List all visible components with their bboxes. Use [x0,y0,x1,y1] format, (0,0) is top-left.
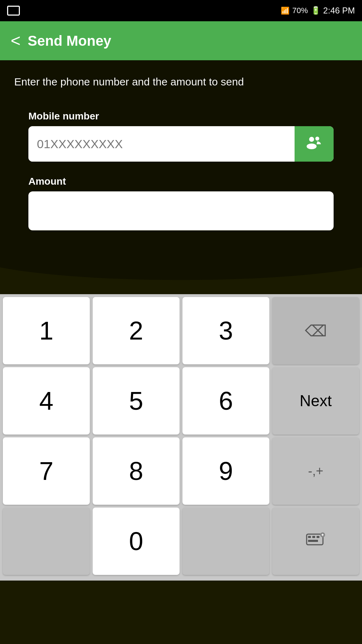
key-5[interactable]: 5 [93,367,180,435]
screen-icon [7,6,20,16]
key-empty-right [182,508,269,575]
status-bar-left [7,6,20,16]
key-keyboard-settings[interactable] [272,508,359,575]
key-next[interactable]: Next [272,367,359,435]
dark-background: Enter the phone number and the amount to… [0,60,362,252]
page-title: Send Money [28,33,111,49]
keyboard-settings-icon [306,532,325,550]
svg-rect-6 [317,536,319,538]
mobile-label: Mobile number [28,111,334,122]
key-7[interactable]: 7 [3,437,90,505]
contacts-button[interactable] [295,126,334,162]
keyboard-row-4: 0 [3,508,359,575]
mobile-input-row [28,126,334,162]
network-icon: 📶 [281,6,290,15]
keyboard-row-1: 1 2 3 ⌫ [3,297,359,364]
key-6[interactable]: 6 [182,367,269,435]
keyboard-row-2: 4 5 6 Next [3,367,359,435]
battery-percent: 70% [292,6,308,15]
key-9[interactable]: 9 [182,437,269,505]
amount-input-wrap [28,191,334,230]
instruction-text: Enter the phone number and the amount to… [14,74,348,89]
keyboard-row-3: 7 8 9 -,+ [3,437,359,505]
key-4[interactable]: 4 [3,367,90,435]
form-section: Mobile number Amount [14,111,348,230]
numeric-keyboard: 1 2 3 ⌫ 4 5 6 Next 7 8 9 -,+ 0 [0,294,362,581]
key-special-chars[interactable]: -,+ [272,437,359,505]
contacts-icon [305,134,323,155]
svg-rect-5 [312,536,315,538]
svg-rect-7 [308,540,318,542]
key-1[interactable]: 1 [3,297,90,364]
status-bar-right: 📶 70% 🔋 2:46 PM [281,6,355,16]
svg-point-2 [307,144,317,149]
key-empty-left [3,508,90,575]
time-display: 2:46 PM [323,6,355,16]
back-button[interactable]: < [11,32,21,49]
key-3[interactable]: 3 [182,297,269,364]
navigation-bar: < Send Money [0,21,362,60]
amount-label: Amount [28,176,334,187]
backspace-icon: ⌫ [305,322,327,340]
key-backspace[interactable]: ⌫ [272,297,359,364]
svg-rect-4 [308,536,311,538]
key-2[interactable]: 2 [93,297,180,364]
key-0[interactable]: 0 [93,508,180,575]
amount-input[interactable] [28,191,334,230]
main-content: Enter the phone number and the amount to… [0,60,362,266]
status-bar: 📶 70% 🔋 2:46 PM [0,0,362,21]
mobile-input[interactable] [28,126,295,162]
svg-point-0 [309,137,314,142]
battery-icon: 🔋 [311,6,320,15]
key-8[interactable]: 8 [93,437,180,505]
svg-point-1 [316,136,319,140]
